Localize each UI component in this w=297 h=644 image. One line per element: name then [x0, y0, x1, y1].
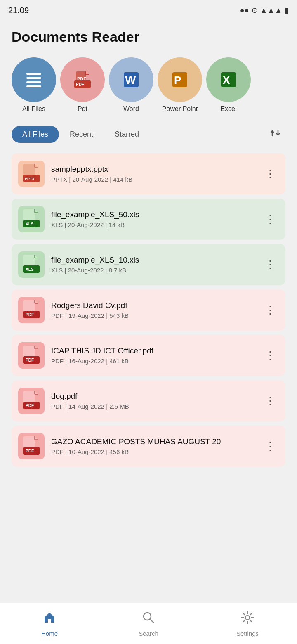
svg-text:PDF: PDF: [26, 313, 34, 317]
category-pdf[interactable]: PDF PDF Pdf: [60, 57, 105, 113]
list-item[interactable]: PDF GAZO ACADEMIC POSTS MUHAS AUGUST 20 …: [12, 426, 285, 467]
category-allfiles-label: All Files: [22, 105, 45, 113]
list-item[interactable]: PPTX samplepptx.pptx PPTX | 20-Aug-2022 …: [12, 153, 285, 194]
circle-excel: X: [206, 57, 251, 102]
file-name: dog.pdf: [51, 392, 241, 401]
circle-ppt: P: [158, 57, 202, 102]
page-title: Documents Reader: [12, 29, 285, 45]
file-meta: PDF | 10-Aug-2022 | 456 kB: [51, 448, 255, 455]
category-excel[interactable]: X Excel: [206, 57, 251, 113]
svg-text:P: P: [174, 74, 181, 86]
sort-button[interactable]: [265, 124, 285, 144]
category-word[interactable]: W Word: [109, 57, 153, 113]
list-item[interactable]: XLS file_example_XLS_50.xls XLS | 20-Aug…: [12, 199, 285, 240]
file-more-button[interactable]: ⋮: [262, 439, 279, 453]
file-icon-pdf: PDF: [18, 342, 45, 369]
list-item[interactable]: PDF ICAP THIS JD ICT Officer.pdf PDF | 1…: [12, 335, 285, 376]
nav-home-label: Home: [41, 630, 58, 637]
file-info: samplepptx.pptx PPTX | 20-Aug-2022 | 414…: [51, 165, 255, 183]
file-info: file_example_XLS_10.xls XLS | 20-Aug-202…: [51, 256, 255, 274]
category-ppt-label: Power Point: [162, 105, 198, 113]
svg-line-38: [150, 619, 153, 623]
category-allfiles[interactable]: All Files: [12, 57, 56, 113]
nav-search-label: Search: [139, 630, 158, 637]
svg-text:PDF: PDF: [76, 82, 84, 87]
filter-row: All Files Recent Starred: [12, 124, 285, 144]
home-icon: [42, 611, 57, 628]
file-list: PPTX samplepptx.pptx PPTX | 20-Aug-2022 …: [12, 153, 285, 603]
file-info: dog.pdf PDF | 14-Aug-2022 | 2.5 MB: [51, 392, 255, 410]
file-icon-pdf: PDF: [18, 297, 45, 323]
file-more-button[interactable]: ⋮: [262, 348, 279, 362]
category-excel-label: Excel: [220, 105, 236, 113]
file-more-button[interactable]: ⋮: [262, 258, 279, 272]
search-icon: [141, 611, 156, 628]
svg-rect-1: [26, 77, 41, 79]
list-item[interactable]: PDF dog.pdf PDF | 14-Aug-2022 | 2.5 MB ⋮: [12, 380, 285, 421]
file-info: file_example_XLS_50.xls XLS | 20-Aug-202…: [51, 210, 255, 228]
file-name: ICAP THIS JD ICT Officer.pdf: [51, 346, 241, 355]
bottom-nav: Home Search Settings: [0, 603, 297, 644]
circle-pdf: PDF PDF: [60, 57, 105, 102]
category-word-label: Word: [123, 105, 139, 113]
file-meta: XLS | 20-Aug-2022 | 8.7 kB: [51, 267, 255, 274]
file-meta: PDF | 16-Aug-2022 | 461 kB: [51, 358, 255, 365]
status-time: 21:09: [8, 6, 29, 15]
file-name: GAZO ACADEMIC POSTS MUHAS AUGUST 20: [51, 437, 241, 446]
file-meta: PDF | 14-Aug-2022 | 2.5 MB: [51, 403, 255, 410]
file-more-button[interactable]: ⋮: [262, 212, 279, 226]
file-icon-xls: XLS: [18, 251, 45, 278]
file-more-button[interactable]: ⋮: [262, 394, 279, 408]
hotspot-icon: ⊙: [252, 6, 258, 15]
svg-rect-3: [26, 85, 41, 87]
file-info: GAZO ACADEMIC POSTS MUHAS AUGUST 20 PDF …: [51, 437, 255, 455]
file-icon-pdf: PDF: [18, 433, 45, 459]
status-icons: ●● ⊙ ▲▲▲ ▮: [240, 6, 289, 15]
file-meta: XLS | 20-Aug-2022 | 14 kB: [51, 221, 255, 228]
file-more-button[interactable]: ⋮: [262, 167, 279, 181]
tab-recent[interactable]: Recent: [59, 126, 104, 143]
file-icon-pptx: PPTX: [18, 161, 45, 187]
nav-settings[interactable]: Settings: [198, 606, 297, 641]
svg-point-39: [245, 616, 250, 620]
nav-search[interactable]: Search: [99, 606, 198, 641]
tab-starred[interactable]: Starred: [104, 126, 150, 143]
svg-rect-0: [26, 73, 41, 75]
category-ppt[interactable]: P Power Point: [158, 57, 202, 113]
circle-allfiles: [12, 57, 56, 102]
file-name: Rodgers David Cv.pdf: [51, 301, 241, 310]
category-pdf-label: Pdf: [78, 105, 87, 113]
svg-rect-2: [26, 81, 41, 83]
svg-text:X: X: [223, 74, 230, 86]
svg-text:PDF: PDF: [26, 403, 34, 408]
file-info: ICAP THIS JD ICT Officer.pdf PDF | 16-Au…: [51, 346, 255, 365]
svg-text:PPTX: PPTX: [25, 177, 35, 181]
main-content: Documents Reader All Files PDF: [0, 21, 297, 603]
battery-icon: ▮: [285, 6, 289, 15]
status-bar: 21:09 ●● ⊙ ▲▲▲ ▮: [0, 0, 297, 21]
file-name: file_example_XLS_10.xls: [51, 256, 241, 265]
circle-word: W: [109, 57, 153, 102]
nav-home[interactable]: Home: [0, 606, 99, 641]
settings-icon: [240, 611, 255, 628]
connectivity-icon: ●●: [240, 6, 249, 15]
file-type-row: All Files PDF PDF Pdf W: [12, 57, 285, 113]
file-more-button[interactable]: ⋮: [262, 303, 279, 317]
svg-text:XLS: XLS: [26, 267, 34, 272]
list-item[interactable]: XLS file_example_XLS_10.xls XLS | 20-Aug…: [12, 244, 285, 285]
file-name: samplepptx.pptx: [51, 165, 241, 174]
file-name: file_example_XLS_50.xls: [51, 210, 241, 219]
file-icon-xls: XLS: [18, 206, 45, 232]
svg-text:XLS: XLS: [26, 222, 34, 226]
tab-all-files[interactable]: All Files: [12, 126, 59, 143]
file-meta: PDF | 19-Aug-2022 | 543 kB: [51, 312, 255, 319]
nav-settings-label: Settings: [236, 630, 259, 637]
signal-icon: ▲▲▲: [260, 6, 282, 15]
file-meta: PPTX | 20-Aug-2022 | 414 kB: [51, 176, 255, 183]
list-item[interactable]: PDF Rodgers David Cv.pdf PDF | 19-Aug-20…: [12, 289, 285, 331]
svg-text:PDF: PDF: [26, 449, 34, 453]
file-icon-pdf: PDF: [18, 388, 45, 414]
svg-text:PDF: PDF: [26, 358, 34, 362]
file-info: Rodgers David Cv.pdf PDF | 19-Aug-2022 |…: [51, 301, 255, 319]
svg-text:W: W: [125, 73, 136, 86]
